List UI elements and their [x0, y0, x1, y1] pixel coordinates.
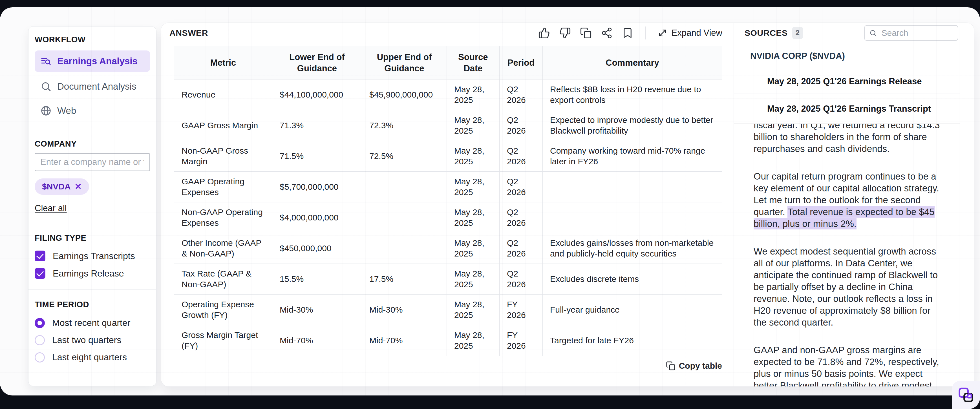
- main-card: ANSWER: [161, 22, 974, 387]
- cell-commentary: [543, 172, 722, 202]
- source-doc-earnings-transcript[interactable]: May 28, 2025 Q1'26 Earnings Transcript: [734, 94, 960, 124]
- cell-lower-guidance: 15.5%: [272, 264, 362, 294]
- cell-lower-guidance: Mid-70%: [272, 325, 362, 356]
- sources-count-badge: 2: [792, 27, 803, 39]
- checkbox-checked-icon[interactable]: [35, 268, 45, 279]
- cell-period: Q2 2026: [500, 172, 543, 202]
- sources-search-input[interactable]: [881, 28, 953, 38]
- expand-arrows-icon: [657, 28, 668, 38]
- toolbar-divider: [645, 27, 646, 40]
- radio-selected-icon[interactable]: [35, 318, 45, 328]
- expand-view-button[interactable]: Expand View: [657, 28, 722, 38]
- company-input[interactable]: [35, 153, 150, 171]
- clear-all-link[interactable]: Clear all: [35, 203, 67, 213]
- table-row: Operating Expense Growth (FY) Mid-30% Mi…: [174, 294, 722, 325]
- expand-view-label: Expand View: [671, 28, 722, 38]
- answer-title: ANSWER: [169, 28, 208, 38]
- radio-unselected-icon[interactable]: [35, 352, 45, 363]
- cell-lower-guidance: Mid-30%: [272, 294, 362, 325]
- search-icon: [869, 29, 877, 38]
- cell-source-date: May 28, 2025: [447, 294, 500, 325]
- bookmark-icon[interactable]: [621, 27, 634, 40]
- thumbs-down-icon[interactable]: [558, 27, 571, 40]
- table-row: GAAP Operating Expenses $5,700,000,000 M…: [174, 172, 722, 202]
- answer-header: ANSWER: [161, 23, 733, 43]
- table-header-row: Metric Lower End of Guidance Upper End o…: [174, 46, 722, 80]
- transcript-paragraph: fiscal year. In Q1, we returned a record…: [754, 124, 944, 155]
- cell-lower-guidance: $5,700,000,000: [272, 172, 362, 202]
- cell-period: Q2 2026: [500, 264, 543, 294]
- sources-body: NVIDIA CORP ($NVDA) May 28, 2025 Q1'26 E…: [734, 43, 960, 387]
- cell-source-date: May 28, 2025: [447, 172, 500, 202]
- cell-upper-guidance: [362, 233, 447, 264]
- share-icon[interactable]: [600, 27, 613, 40]
- checkbox-earnings-transcripts[interactable]: Earnings Transcripts: [35, 251, 150, 261]
- cell-upper-guidance: 72.3%: [362, 110, 447, 141]
- sidebar-item-web[interactable]: Web: [35, 100, 150, 121]
- radio-label: Most recent quarter: [52, 318, 130, 328]
- workflow-section-label: WORKFLOW: [35, 35, 150, 44]
- sidebar-item-label: Web: [57, 105, 76, 116]
- company-chip-nvda[interactable]: $NVDA ✕: [35, 178, 89, 195]
- list-search-icon: [40, 56, 52, 67]
- col-header-upper: Upper End of Guidance: [362, 46, 447, 80]
- cell-source-date: May 28, 2025: [447, 202, 500, 233]
- cell-commentary: Full-year guidance: [543, 294, 722, 325]
- copy-table-button[interactable]: Copy table: [666, 361, 722, 371]
- sidebar-item-document-analysis[interactable]: Document Analysis: [35, 76, 150, 97]
- cell-upper-guidance: 17.5%: [362, 264, 447, 294]
- source-doc-earnings-release[interactable]: May 28, 2025 Q1'26 Earnings Release: [734, 69, 960, 94]
- company-chip-label: $NVDA: [42, 182, 71, 191]
- filters-sidebar: WORKFLOW Earnings Analysis Document Anal…: [28, 26, 156, 386]
- radio-last-two-quarters[interactable]: Last two quarters: [35, 335, 150, 345]
- answer-toolbar: Expand View: [538, 27, 722, 40]
- checkbox-checked-icon[interactable]: [35, 251, 45, 261]
- guidance-table: Metric Lower End of Guidance Upper End o…: [174, 46, 722, 356]
- radio-label: Last two quarters: [52, 335, 121, 345]
- radio-unselected-icon[interactable]: [35, 335, 45, 345]
- cell-period: Q2 2026: [500, 80, 543, 110]
- cell-period: Q2 2026: [500, 233, 543, 264]
- sources-search-box[interactable]: [864, 25, 958, 41]
- brand-logo-button[interactable]: [952, 381, 980, 409]
- cell-commentary: Expected to improve modestly due to bett…: [543, 110, 722, 141]
- source-company-header: NVIDIA CORP ($NVDA): [734, 43, 960, 69]
- cell-upper-guidance: [362, 202, 447, 233]
- transcript-paragraph: GAAP and non-GAAP gross margins are expe…: [754, 344, 944, 387]
- section-divider: [29, 290, 156, 290]
- filing-type-section-label: FILING TYPE: [35, 233, 150, 243]
- cell-source-date: May 28, 2025: [447, 325, 500, 356]
- radio-last-eight-quarters[interactable]: Last eight quarters: [35, 352, 150, 363]
- col-header-period: Period: [500, 46, 543, 80]
- cell-upper-guidance: Mid-30%: [362, 294, 447, 325]
- cell-lower-guidance: 71.5%: [272, 141, 362, 172]
- page-background: WORKFLOW Earnings Analysis Document Anal…: [0, 0, 980, 409]
- cell-commentary: Targeted for late FY26: [543, 325, 722, 356]
- cell-metric: Non-GAAP Gross Margin: [174, 141, 272, 172]
- app-window: WORKFLOW Earnings Analysis Document Anal…: [0, 7, 980, 395]
- checkbox-earnings-release[interactable]: Earnings Release: [35, 268, 150, 279]
- answer-panel: ANSWER: [161, 23, 734, 387]
- brand-logo-icon: [958, 387, 974, 403]
- copy-icon[interactable]: [579, 27, 592, 40]
- col-header-commentary: Commentary: [543, 46, 722, 80]
- sidebar-item-earnings-analysis[interactable]: Earnings Analysis: [35, 51, 150, 72]
- cell-commentary: [543, 202, 722, 233]
- cell-period: Q2 2026: [500, 202, 543, 233]
- transcript-excerpt: fiscal year. In Q1, we returned a record…: [734, 124, 960, 387]
- cell-commentary: Reflects $8B loss in H20 revenue due to …: [543, 80, 722, 110]
- cell-source-date: May 28, 2025: [447, 264, 500, 294]
- cell-metric: Operating Expense Growth (FY): [174, 294, 272, 325]
- cell-lower-guidance: $450,000,000: [272, 233, 362, 264]
- cell-period: FY 2026: [500, 294, 543, 325]
- cell-lower-guidance: 71.3%: [272, 110, 362, 141]
- checkbox-label: Earnings Transcripts: [53, 251, 135, 261]
- cell-source-date: May 28, 2025: [447, 233, 500, 264]
- cell-lower-guidance: $44,100,000,000: [272, 80, 362, 110]
- cell-metric: Tax Rate (GAAP & Non-GAAP): [174, 264, 272, 294]
- remove-chip-icon[interactable]: ✕: [75, 182, 82, 191]
- cell-period: Q2 2026: [500, 141, 543, 172]
- transcript-paragraph: Our capital return program continues to …: [754, 170, 944, 230]
- radio-most-recent-quarter[interactable]: Most recent quarter: [35, 318, 150, 328]
- thumbs-up-icon[interactable]: [538, 27, 550, 40]
